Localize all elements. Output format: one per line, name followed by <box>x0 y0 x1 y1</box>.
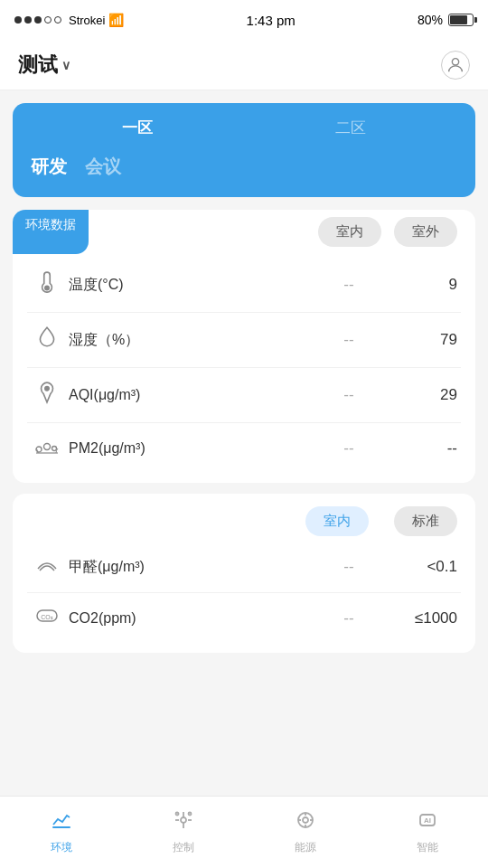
svg-point-16 <box>188 813 191 816</box>
aqi-icon <box>31 381 63 410</box>
svg-text:AI: AI <box>424 816 431 825</box>
co2-icon: CO₂ <box>31 606 63 631</box>
header: 测试 ∨ <box>0 40 488 90</box>
formaldehyde-indoor: -- <box>313 558 385 576</box>
humidity-icon <box>31 326 63 354</box>
dot2 <box>24 16 32 24</box>
chevron-down-icon: ∨ <box>61 58 70 72</box>
dot3 <box>34 16 42 24</box>
table-row: 湿度（%） -- 79 <box>27 313 461 368</box>
co2-indoor: -- <box>313 609 385 627</box>
pm2-icon <box>31 436 63 461</box>
status-bar: Strokei 📶 1:43 pm 80% <box>0 0 488 40</box>
carrier-label: Strokei <box>69 14 105 27</box>
svg-point-4 <box>44 444 51 450</box>
temp-label: 温度(°C) <box>69 276 313 295</box>
zone-card: 一区 二区 研发 会议 <box>13 103 475 197</box>
aqi-outdoor: 29 <box>385 386 457 404</box>
co2-label: CO2(ppm) <box>69 610 313 627</box>
bottom-nav: 环境 控制 能 <box>0 796 488 868</box>
col-header2-indoor[interactable]: 室内 <box>305 506 369 536</box>
env-col-headers2: 室内 标准 <box>13 494 475 542</box>
svg-point-18 <box>303 817 308 823</box>
temp-outdoor: 9 <box>385 276 457 294</box>
svg-text:CO₂: CO₂ <box>41 614 53 620</box>
room-tab-2[interactable]: 会议 <box>85 155 121 179</box>
pm2-outdoor: -- <box>385 439 457 458</box>
thermometer-icon <box>31 270 63 299</box>
zone-tab-1[interactable]: 一区 <box>31 118 244 138</box>
app-title: 测试 <box>18 52 58 79</box>
col-header-indoor[interactable]: 室内 <box>318 217 381 247</box>
person-icon <box>446 55 465 75</box>
env-section-2: 室内 标准 甲醛(μg/m³) -- <0.1 CO₂ CO2( <box>13 494 475 653</box>
table-row: AQI(μg/m³) -- 29 <box>27 368 461 423</box>
nav-label-environment: 环境 <box>51 840 72 855</box>
nav-item-control[interactable]: 控制 <box>122 809 244 855</box>
col-header-outdoor[interactable]: 室外 <box>394 217 457 247</box>
pm2-label: PM2(μg/m³) <box>69 440 313 457</box>
environment-icon <box>51 809 72 836</box>
env-header: 环境数据 室内 室外 <box>13 210 475 254</box>
room-tab-group: 研发 会议 <box>31 155 457 179</box>
control-icon <box>173 809 194 836</box>
env-data-rows: 温度(°C) -- 9 湿度（%） -- 79 AQI(μg/m³) <box>13 258 475 474</box>
battery-icon <box>448 14 474 26</box>
user-avatar[interactable] <box>441 51 470 80</box>
nav-item-environment[interactable]: 环境 <box>0 809 122 855</box>
formaldehyde-outdoor: <0.1 <box>385 558 457 576</box>
svg-point-1 <box>45 286 49 289</box>
table-row: 甲醛(μg/m³) -- <0.1 <box>27 542 461 593</box>
env-section-1: 环境数据 室内 室外 温度(°C) -- 9 湿 <box>13 210 475 483</box>
humidity-outdoor: 79 <box>385 331 457 349</box>
humidity-indoor: -- <box>313 331 385 349</box>
aqi-label: AQI(μg/m³) <box>69 387 313 403</box>
formaldehyde-icon <box>31 554 63 580</box>
svg-point-15 <box>175 813 178 816</box>
header-title-group[interactable]: 测试 ∨ <box>18 52 70 79</box>
smart-icon: AI <box>417 809 438 836</box>
formaldehyde-label: 甲醛(μg/m³) <box>69 558 313 577</box>
energy-icon <box>295 809 316 836</box>
status-left: Strokei 📶 <box>14 13 124 27</box>
svg-point-2 <box>45 387 49 391</box>
dot5 <box>54 16 61 24</box>
pm2-indoor: -- <box>313 439 385 458</box>
battery-percent: 80% <box>418 13 443 27</box>
dot4 <box>44 16 52 24</box>
env-col-headers: 室内 室外 <box>89 210 475 254</box>
table-row: CO₂ CO2(ppm) -- ≤1000 <box>27 593 461 644</box>
zone-tab-2[interactable]: 二区 <box>244 118 457 138</box>
svg-point-14 <box>181 817 186 823</box>
col-header2-standard[interactable]: 标准 <box>394 506 457 536</box>
battery-fill <box>450 15 467 24</box>
dot1 <box>14 16 22 24</box>
nav-label-energy: 能源 <box>295 840 316 855</box>
nav-label-smart: 智能 <box>417 840 438 855</box>
wifi-icon: 📶 <box>108 13 124 27</box>
status-right: 80% <box>418 13 474 27</box>
svg-point-5 <box>52 447 57 451</box>
temp-indoor: -- <box>313 276 385 294</box>
room-tab-1[interactable]: 研发 <box>31 155 67 179</box>
nav-item-smart[interactable]: AI 智能 <box>366 809 488 855</box>
env-label-tag: 环境数据 <box>13 210 89 254</box>
zone-tab-group: 一区 二区 <box>31 118 457 138</box>
env-data-rows-2: 甲醛(μg/m³) -- <0.1 CO₂ CO2(ppm) -- ≤1000 <box>13 542 475 644</box>
signal-dots <box>14 16 61 24</box>
nav-label-control: 控制 <box>173 840 194 855</box>
nav-item-energy[interactable]: 能源 <box>244 809 366 855</box>
humidity-label: 湿度（%） <box>69 331 313 350</box>
aqi-indoor: -- <box>313 386 385 404</box>
svg-point-0 <box>452 58 458 64</box>
table-row: PM2(μg/m³) -- -- <box>27 423 461 474</box>
svg-rect-9 <box>52 826 70 828</box>
table-row: 温度(°C) -- 9 <box>27 258 461 313</box>
co2-outdoor: ≤1000 <box>385 609 457 627</box>
time-label: 1:43 pm <box>247 13 296 28</box>
